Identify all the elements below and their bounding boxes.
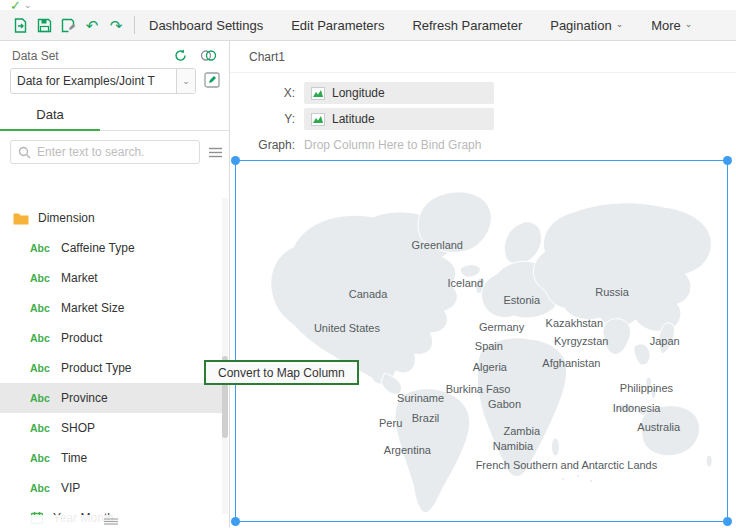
graph-binding-label: Graph:: [230, 138, 304, 152]
convert-to-map-column-button[interactable]: Convert to Map Column: [204, 360, 359, 385]
x-binding-label: X:: [230, 86, 304, 100]
menu-label: More: [651, 18, 681, 33]
menu-label: Pagination: [550, 18, 611, 33]
y-binding-row: Y: Latitude: [230, 106, 736, 132]
graph-binding-placeholder: Drop Column Here to Bind Graph: [304, 138, 481, 152]
map-labels: GreenlandIcelandCanadaEstoniaRussiaUnite…: [236, 161, 727, 521]
tree-item-vip[interactable]: AbcVIP: [0, 473, 222, 503]
tree-item-label: Province: [61, 391, 108, 405]
menu-dashboard-settings[interactable]: Dashboard Settings: [149, 18, 263, 33]
map-country-label-australia: Australia: [637, 421, 680, 433]
toolbar-divider: [134, 16, 135, 34]
selection-handle-top-left[interactable]: [231, 156, 240, 165]
apply-check-control[interactable]: ✓ ⌄: [10, 0, 31, 10]
tree-item-province[interactable]: AbcProvince: [0, 383, 222, 413]
chevron-down-icon: ⌄: [24, 0, 32, 10]
x-binding-row: X: Longitude: [230, 80, 736, 106]
abc-field-icon: Abc: [30, 422, 52, 434]
abc-field-icon: Abc: [30, 272, 52, 284]
map-country-label-germany: Germany: [479, 321, 524, 333]
tree-item-label: Dimension: [38, 211, 95, 225]
selection-handle-top-right[interactable]: [723, 156, 732, 165]
tree-item-label: Time: [61, 451, 87, 465]
refresh-icon[interactable]: [173, 48, 188, 63]
search-input-wrapper: [10, 140, 200, 164]
map-country-label-argentina: Argentina: [384, 444, 431, 456]
x-binding-value: Longitude: [332, 86, 385, 100]
menu-pagination[interactable]: Pagination⌄: [550, 18, 623, 33]
search-row: [0, 131, 229, 170]
x-binding-pill[interactable]: Longitude: [304, 82, 494, 104]
chevron-down-icon: ⌄: [616, 19, 624, 29]
tree-item-market-size[interactable]: AbcMarket Size: [0, 293, 222, 323]
sidebar-scrollbar[interactable]: [222, 198, 228, 514]
abc-field-icon: Abc: [30, 302, 52, 314]
abc-field-icon: Abc: [30, 242, 52, 254]
chart-header: Chart1: [230, 41, 736, 73]
drag-handle-icon: [104, 518, 118, 525]
export-template-icon[interactable]: [8, 14, 32, 36]
sidebar: Data Set Data for Examples/Joint T ⌄ Dat…: [0, 41, 230, 528]
map-country-label-philippines: Philippines: [620, 382, 673, 394]
map-country-label-algeria: Algeria: [473, 361, 507, 373]
dataset-label: Data Set: [12, 49, 59, 63]
abc-field-icon: Abc: [30, 362, 52, 374]
tree-item-label: Market Size: [61, 301, 124, 315]
undo-icon[interactable]: ↶: [80, 14, 104, 36]
tree-item-caffeine-type[interactable]: AbcCaffeine Type: [0, 233, 222, 263]
geo-field-icon: [311, 87, 325, 100]
tree-item-time[interactable]: AbcTime: [0, 443, 222, 473]
chevron-down-icon: ⌄: [685, 19, 693, 29]
tree-item-market[interactable]: AbcMarket: [0, 263, 222, 293]
map-country-label-peru: Peru: [379, 417, 402, 429]
menu-more[interactable]: More⌄: [651, 18, 692, 33]
field-list-options-icon[interactable]: [209, 147, 226, 158]
field-tree: DimensionAbcCaffeine TypeAbcMarketAbcMar…: [0, 198, 222, 528]
menu-label: Refresh Parameter: [412, 18, 522, 33]
menu-edit-parameters[interactable]: Edit Parameters: [291, 18, 384, 33]
toolbar-menus: Dashboard SettingsEdit ParametersRefresh…: [149, 18, 692, 33]
map-chart[interactable]: GreenlandIcelandCanadaEstoniaRussiaUnite…: [235, 160, 728, 522]
switch-dataset-icon[interactable]: [200, 49, 217, 62]
tree-item-shop[interactable]: AbcSHOP: [0, 413, 222, 443]
y-binding-label: Y:: [230, 112, 304, 126]
map-country-label-iceland: Iceland: [448, 277, 483, 289]
abc-field-icon: Abc: [30, 332, 52, 344]
map-country-label-french-southern-and-antarctic-lands: French Southern and Antarctic Lands: [476, 459, 658, 471]
menu-label: Dashboard Settings: [149, 18, 263, 33]
search-icon: [18, 146, 31, 159]
selection-handle-bottom-left[interactable]: [231, 517, 240, 526]
map-country-label-zambia: Zambia: [503, 425, 540, 437]
redo-icon[interactable]: ↷: [104, 14, 128, 36]
tree-item-label: VIP: [61, 481, 80, 495]
tree-item-dimension[interactable]: Dimension: [0, 203, 222, 233]
geo-field-icon: [311, 113, 325, 126]
tree-item-product-type[interactable]: AbcProduct Type: [0, 353, 222, 383]
chart-panel: Chart1 X: Longitude Y: Latitude Graph: D…: [230, 41, 736, 528]
dataset-header: Data Set: [0, 41, 229, 66]
tab-data[interactable]: Data: [0, 101, 100, 131]
abc-field-icon: Abc: [30, 482, 52, 494]
save-as-icon[interactable]: [56, 14, 80, 36]
tree-item-label: Product: [61, 331, 102, 345]
save-icon[interactable]: [32, 14, 56, 36]
map-country-label-burkina-faso: Burkina Faso: [446, 383, 511, 395]
search-input[interactable]: [37, 145, 192, 159]
map-country-label-russia: Russia: [595, 286, 629, 298]
edit-dataset-icon[interactable]: [203, 71, 221, 92]
menu-label: Edit Parameters: [291, 18, 384, 33]
menu-refresh-parameter[interactable]: Refresh Parameter: [412, 18, 522, 33]
selection-handle-bottom-right[interactable]: [723, 517, 732, 526]
map-country-label-spain: Spain: [475, 340, 503, 352]
graph-binding-row[interactable]: Graph: Drop Column Here to Bind Graph: [230, 132, 736, 158]
map-country-label-afghanistan: Afghanistan: [542, 357, 600, 369]
dataset-select[interactable]: Data for Examples/Joint T ⌄: [10, 68, 196, 94]
y-binding-pill[interactable]: Latitude: [304, 108, 494, 130]
folder-icon: [13, 212, 29, 225]
sidebar-resize-handle[interactable]: [0, 515, 222, 528]
tree-item-label: Caffeine Type: [61, 241, 135, 255]
abc-field-icon: Abc: [30, 392, 52, 404]
chevron-down-icon: ⌄: [176, 69, 195, 93]
toolbar: ↶ ↷ Dashboard SettingsEdit ParametersRef…: [0, 10, 736, 41]
tree-item-product[interactable]: AbcProduct: [0, 323, 222, 353]
